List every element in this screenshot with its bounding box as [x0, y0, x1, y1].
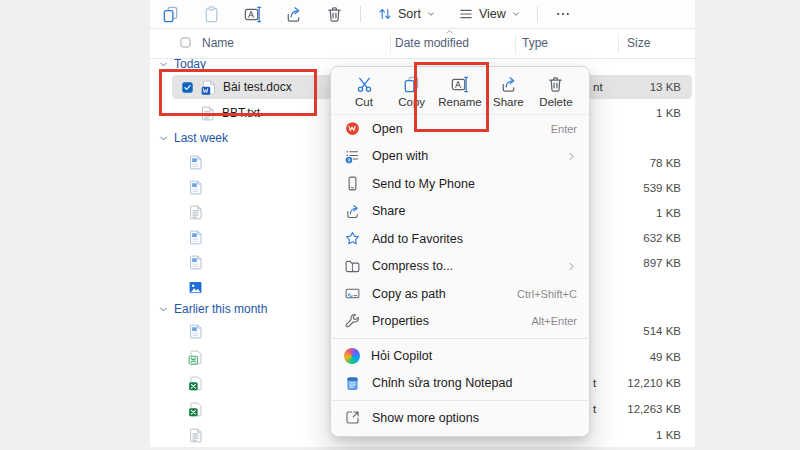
share-icon: [284, 5, 303, 24]
annotation-box-rename: [414, 62, 489, 132]
file-size: 12,210 KB: [627, 377, 681, 389]
share-icon: [344, 203, 361, 220]
view-lines-icon: [458, 6, 474, 22]
toolbar-divider: [360, 6, 361, 22]
menu-item-add-to-favorites[interactable]: Add to Favorites: [331, 225, 589, 253]
menu-item-label: Chỉnh sửa trong Notepad: [372, 376, 512, 390]
menu-item-copy-as-path[interactable]: Copy as pathCtrl+Shift+C: [331, 280, 589, 308]
toolbar-paste-button: [191, 2, 232, 26]
view-label: View: [479, 7, 506, 21]
copy-path-icon: [344, 285, 361, 302]
chevron-down-icon: [158, 133, 169, 144]
column-size[interactable]: Size: [627, 36, 650, 50]
file-size: 12,263 KB: [627, 403, 681, 415]
menu-item-shortcut: Alt+Enter: [531, 315, 577, 327]
file-size: 1 KB: [656, 107, 681, 119]
doc-file-icon: [187, 254, 204, 271]
file-size: 632 KB: [643, 232, 681, 244]
toolbar-delete-button[interactable]: [314, 2, 355, 26]
menu-item-chỉnh-sửa-trong-notepad[interactable]: Chỉnh sửa trong Notepad: [331, 370, 589, 398]
menu-item-label: Add to Favorites: [372, 232, 463, 246]
menu-item-label: Open: [372, 122, 403, 136]
toolbar-rename-button[interactable]: [232, 2, 273, 26]
file-size: 514 KB: [643, 325, 681, 337]
menu-item-open-with[interactable]: Open with: [331, 143, 589, 171]
txt-file-icon: [187, 204, 204, 221]
cut-icon: [355, 75, 374, 94]
menu-item-properties[interactable]: PropertiesAlt+Enter: [331, 308, 589, 336]
copilot-icon: [344, 348, 360, 364]
excel-file-light-icon: [187, 349, 204, 366]
menu-item-label: Open with: [372, 149, 428, 163]
doc-file-icon: [187, 229, 204, 246]
column-date-modified[interactable]: Date modified: [395, 36, 469, 50]
file-size: 13 KB: [650, 81, 681, 93]
doc-file-icon: [187, 179, 204, 196]
file-size: 539 KB: [643, 182, 681, 194]
menu-command-cut[interactable]: Cut: [341, 74, 387, 109]
column-separator[interactable]: [515, 34, 516, 53]
more-ellipsis-icon: [555, 6, 571, 22]
star-icon: [344, 230, 361, 247]
toolbar-share-button[interactable]: [273, 2, 314, 26]
doc-file-icon: [187, 323, 204, 340]
select-all-checkbox[interactable]: [179, 36, 192, 49]
file-size: 897 KB: [643, 257, 681, 269]
rename-icon: [243, 5, 262, 24]
menu-separator: [332, 338, 588, 339]
menu-item-shortcut: Ctrl+Shift+C: [517, 288, 577, 300]
sort-arrows-icon: [377, 6, 393, 22]
wps-icon: [344, 120, 361, 137]
excel-file-icon: [187, 401, 204, 418]
copy-icon: [161, 5, 180, 24]
sort-button[interactable]: Sort: [366, 2, 447, 26]
chevron-right-icon: [566, 151, 577, 162]
column-separator[interactable]: [390, 34, 391, 53]
menu-command-label: Delete: [539, 96, 572, 108]
menu-item-label: Show more options: [372, 411, 479, 425]
toolbar: Sort View: [150, 0, 695, 29]
compress-icon: [344, 258, 361, 275]
annotation-box-selected-file: [159, 69, 317, 116]
file-type-fragment: nt: [593, 81, 603, 93]
group-label: Earlier this month: [174, 302, 267, 316]
file-size: 49 KB: [650, 351, 681, 363]
menu-item-compress-to[interactable]: Compress to...: [331, 253, 589, 281]
menu-item-shortcut: Enter: [551, 123, 577, 135]
file-size: 78 KB: [650, 157, 681, 169]
column-separator[interactable]: [618, 34, 619, 53]
file-size: 1 KB: [656, 207, 681, 219]
toolbar-buttons: [150, 2, 355, 26]
open-with-icon: [344, 148, 361, 165]
properties-icon: [344, 313, 361, 330]
menu-item-label: Copy as path: [372, 287, 446, 301]
chevron-down-icon: [426, 9, 436, 19]
chevron-down-icon: [158, 304, 169, 315]
menu-item-label: Properties: [372, 314, 429, 328]
toolbar-divider: [537, 6, 538, 22]
delete-icon: [546, 75, 565, 94]
menu-item-label: Hỏi Copilot: [371, 349, 432, 363]
chevron-down-icon: [158, 59, 169, 70]
menu-item-label: Share: [372, 204, 405, 218]
menu-item-label: Send to My Phone: [372, 177, 475, 191]
show-more-icon: [344, 409, 361, 426]
menu-item-send-to-my-phone[interactable]: Send to My Phone: [331, 170, 589, 198]
file-type-fragment: t: [593, 403, 596, 415]
menu-item-share[interactable]: Share: [331, 198, 589, 226]
menu-command-delete[interactable]: Delete: [533, 74, 579, 109]
sort-label: Sort: [398, 7, 421, 21]
menu-item-show-more-options[interactable]: Show more options: [331, 404, 589, 432]
excel-file-icon: [187, 375, 204, 392]
menu-command-share[interactable]: Share: [485, 74, 531, 109]
column-header-row: Name Date modified Type Size: [150, 28, 695, 59]
paste-icon: [202, 5, 221, 24]
chevron-down-icon: [511, 9, 521, 19]
menu-item-hỏi-copilot[interactable]: Hỏi Copilot: [331, 342, 589, 370]
toolbar-copy-button[interactable]: [150, 2, 191, 26]
menu-command-label: Share: [493, 96, 524, 108]
more-options-button[interactable]: [543, 2, 584, 26]
view-button[interactable]: View: [447, 2, 532, 26]
column-type[interactable]: Type: [522, 36, 548, 50]
column-name[interactable]: Name: [202, 36, 234, 50]
